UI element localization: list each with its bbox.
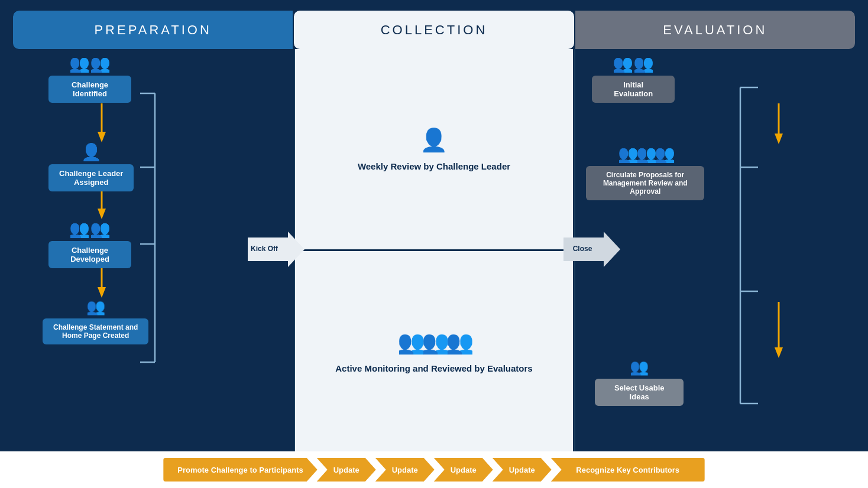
kickoff-arrow-container: Kick Off	[248, 232, 305, 269]
initial-eval-box: InitialEvaluation	[592, 76, 675, 103]
btn-update-2-label: Update	[392, 466, 418, 474]
people-icon-collection-bottom: 👥👥👥	[397, 329, 470, 355]
svg-marker-17	[775, 134, 783, 144]
step-challenge-statement: 👥 Challenge Statement andHome Page Creat…	[43, 298, 148, 344]
active-monitoring-label: Active Monitoring and Reviewed by Evalua…	[335, 363, 532, 373]
btn-update-4[interactable]: Update	[493, 458, 552, 482]
kickoff-arrow-svg: Kick Off	[248, 232, 305, 267]
person-icon-collection-top: 👤	[420, 127, 448, 153]
step-challenge-leader: 👤 Challenge LeaderAssigned	[48, 142, 134, 191]
header-row: PREPARATION COLLECTION EVALUATION	[13, 11, 855, 49]
header-evaluation: EVALUATION	[575, 11, 855, 49]
weekly-review-section: 👤 Weekly Review by Challenge Leader	[295, 49, 574, 251]
header-eval-label: EVALUATION	[663, 22, 767, 38]
challenge-developed-box: ChallengeDeveloped	[48, 241, 131, 268]
people-icon-eval-1: 👥👥	[613, 54, 654, 73]
step-circulate-proposals: 👥👥👥 Circulate Proposals for Management R…	[586, 144, 704, 200]
challenge-leader-box: Challenge LeaderAssigned	[48, 164, 134, 191]
step-select-ideas: 👥 Select UsableIdeas	[595, 358, 684, 406]
step-initial-eval: 👥👥 InitialEvaluation	[592, 54, 675, 103]
bottom-bar: Promote Challenge to Participants Update…	[0, 451, 868, 488]
btn-update-3-label: Update	[451, 466, 477, 474]
svg-marker-15	[98, 287, 106, 298]
btn-recognize-label: Recognize Key Contributors	[576, 466, 679, 474]
diagram-container: 👥👥 ChallengeIdentified 👤 Challenge Leade…	[13, 49, 855, 451]
svg-marker-19	[775, 347, 783, 358]
people-icon-4: 👥	[86, 298, 105, 316]
challenge-statement-box: Challenge Statement andHome Page Created	[43, 318, 148, 344]
btn-update-3[interactable]: Update	[434, 458, 493, 482]
close-text: Close	[573, 245, 592, 253]
svg-marker-13	[98, 209, 106, 219]
people-icon-1: 👥👥	[69, 54, 111, 73]
btn-update-1-label: Update	[333, 466, 359, 474]
header-collection: COLLECTION	[294, 11, 574, 49]
btn-update-2[interactable]: Update	[375, 458, 435, 482]
btn-promote[interactable]: Promote Challenge to Participants	[163, 458, 317, 482]
weekly-review-label: Weekly Review by Challenge Leader	[358, 161, 510, 171]
close-arrow-container: Close	[563, 232, 620, 269]
people-icon-eval-3: 👥	[630, 358, 649, 376]
select-ideas-box: Select UsableIdeas	[595, 379, 684, 406]
step-challenge-identified: 👥👥 ChallengeIdentified	[48, 54, 131, 103]
challenge-identified-box: ChallengeIdentified	[48, 76, 131, 103]
kickoff-text: Kick Off	[251, 245, 278, 253]
btn-update-4-label: Update	[509, 466, 535, 474]
people-icon-eval-2: 👥👥👥	[618, 144, 673, 164]
svg-marker-11	[98, 132, 106, 142]
active-monitoring-section: 👥👥👥 Active Monitoring and Reviewed by Ev…	[295, 251, 574, 451]
close-arrow-svg: Close	[563, 232, 620, 267]
step-challenge-developed: 👥👥 ChallengeDeveloped	[48, 219, 131, 268]
collection-panel: 👤 Weekly Review by Challenge Leader 👥👥👥 …	[295, 49, 574, 451]
header-prep-label: PREPARATION	[94, 22, 211, 38]
btn-promote-label: Promote Challenge to Participants	[177, 466, 303, 474]
circulate-proposals-box: Circulate Proposals for Management Revie…	[586, 166, 704, 200]
people-icon-3: 👥👥	[69, 219, 111, 239]
btn-update-1[interactable]: Update	[317, 458, 376, 482]
app-container: PREPARATION COLLECTION EVALUATION	[0, 0, 868, 488]
header-preparation: PREPARATION	[13, 11, 293, 49]
btn-recognize[interactable]: Recognize Key Contributors	[551, 458, 705, 482]
header-collection-label: COLLECTION	[381, 22, 488, 38]
person-icon-2: 👤	[81, 142, 102, 162]
